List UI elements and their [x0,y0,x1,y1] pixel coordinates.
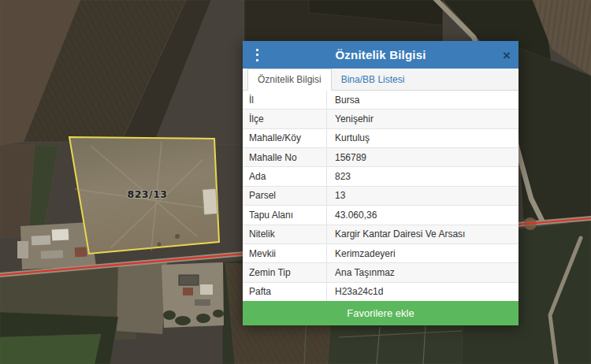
tab-bina-bb-listesi[interactable]: Bina/BB Listesi [332,69,414,90]
row-value: 43.060,36 [327,206,519,224]
table-row: İl Bursa [243,91,519,109]
tab-oznitelik-bilgisi[interactable]: Öznitelik Bilgisi [247,69,332,91]
row-label: Pafta [243,283,327,301]
parcel-label: 823/13 [127,188,167,200]
row-value: Bursa [327,91,519,109]
parcel-detail [175,234,180,239]
close-icon[interactable]: × [503,48,511,61]
dialog-header: Öznitelik Bilgisi × [243,41,519,69]
farm-buildings-center [162,262,224,328]
table-row: Parsel 13 [243,186,519,205]
row-label: Mahalle/Köy [243,129,327,147]
table-row: Pafta H23a24c1d [243,282,519,301]
dialog-title: Öznitelik Bilgisi [243,48,519,61]
table-row: İlçe Yenişehir [243,109,519,128]
row-label: Mahalle No [243,148,327,166]
row-label: Zemin Tip [243,263,327,281]
table-row: Nitelik Kargir Kantar Dairesi Ve Arsası [243,225,519,243]
row-label: Ada [243,167,327,185]
add-to-favorites-button[interactable]: Favorilere ekle [243,301,519,325]
row-value: Kurtuluş [327,129,519,147]
table-row: Zemin Tip Ana Taşınmaz [243,262,519,281]
row-value: H23a24c1d [327,283,519,301]
row-value: 156789 [327,148,519,166]
row-value: 823 [327,167,519,185]
row-label: Nitelik [243,225,327,243]
row-value: Ana Taşınmaz [327,263,519,281]
tab-bar: Öznitelik Bilgisi Bina/BB Listesi [243,69,519,91]
parcel-detail [158,243,162,247]
parcel-building [203,188,217,214]
row-value: Kerimzadeyeri [327,244,519,262]
row-value: Kargir Kantar Dairesi Ve Arsası [327,225,519,243]
row-label: İl [243,91,327,109]
table-row: Ada 823 [243,166,519,185]
row-label: Parsel [243,187,327,205]
kebab-menu-icon[interactable] [253,49,261,61]
row-value: 13 [327,187,519,205]
table-row: Mevkii Kerimzadeyeri [243,243,519,262]
row-label: Tapu Alanı [243,206,327,224]
table-row: Tapu Alanı 43.060,36 [243,205,519,224]
table-row: Mahalle/Köy Kurtuluş [243,128,519,147]
row-value: Yenişehir [327,110,519,128]
row-label: Mevkii [243,244,327,262]
row-label: İlçe [243,110,327,128]
map-viewport[interactable]: 823/13 Öznitelik Bilgisi × Öznitelik Bil… [0,0,591,364]
table-row: Mahalle No 156789 [243,147,519,166]
attribute-info-dialog: Öznitelik Bilgisi × Öznitelik Bilgisi Bi… [243,41,519,325]
attribute-table: İl Bursa İlçe Yenişehir Mahalle/Köy Kurt… [243,91,519,301]
